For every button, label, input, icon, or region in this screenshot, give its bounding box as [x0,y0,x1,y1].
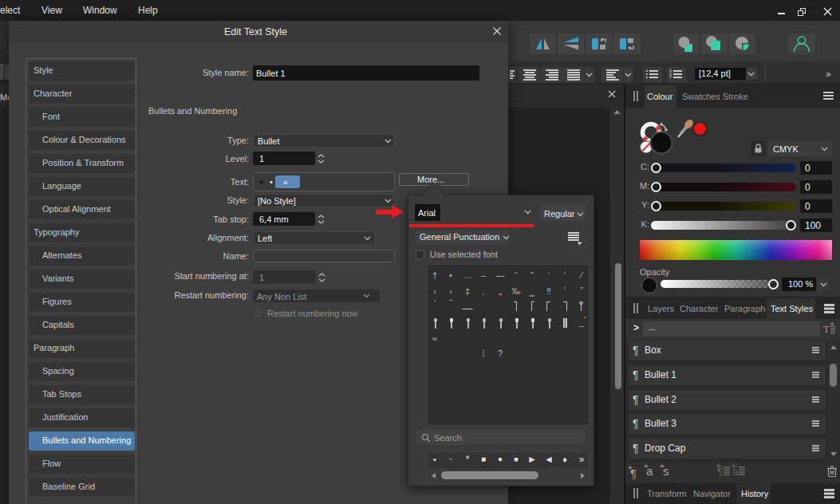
svg-text:T: T [823,323,830,335]
